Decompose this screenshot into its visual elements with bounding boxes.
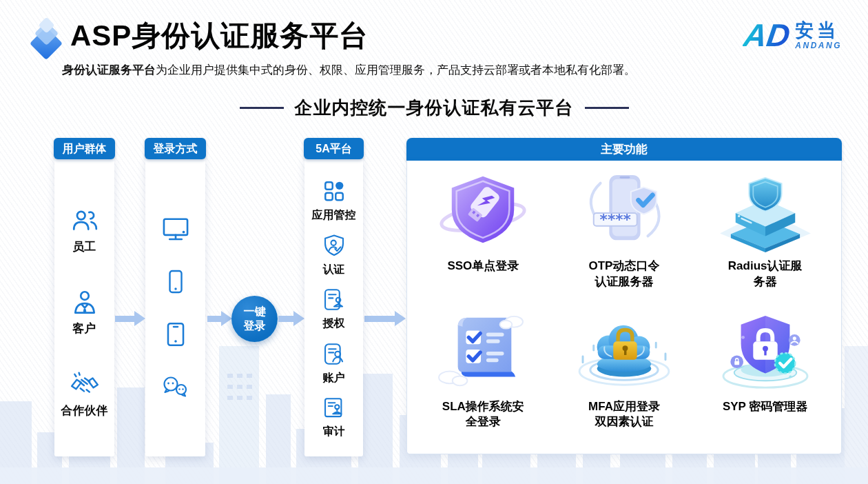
platform-5a-label: 账户 xyxy=(323,371,345,385)
user-groups-column: 用户群体 员工 xyxy=(54,138,115,456)
heading-line-right xyxy=(585,107,629,109)
feature-sla: SLA操作系统安 全登录 xyxy=(413,307,554,447)
doc-user-icon xyxy=(321,341,347,367)
feature-sso: SSO单点登录 xyxy=(413,166,554,307)
user-group-item: 客户 xyxy=(70,288,99,336)
feature-label: SLA操作系统安 全登录 xyxy=(442,399,524,431)
page-title: ASP身份认证服务平台 xyxy=(70,17,369,55)
phone-otp-illustration: **** xyxy=(573,171,675,252)
platform-5a-label: 授权 xyxy=(323,316,345,331)
andang-monogram-icon: AD xyxy=(742,19,792,51)
handshake-icon xyxy=(69,370,101,399)
platform-5a-item: 审计 xyxy=(321,395,347,439)
flow-arrow xyxy=(364,311,406,326)
feature-label: SSO单点登录 xyxy=(447,259,519,274)
server-shield-illustration xyxy=(714,171,816,252)
tablet-icon xyxy=(161,320,190,349)
section-heading: 企业内控统一身份认证私有云平台 xyxy=(0,96,868,120)
app-grid-icon xyxy=(320,177,348,205)
heading-line-left xyxy=(240,107,284,109)
shield-lock-badge-illustration xyxy=(714,312,816,393)
platform-5a-header: 5A平台 xyxy=(304,138,364,159)
feature-label: OTP动态口令 认证服务器 xyxy=(589,259,660,290)
wechat-icon xyxy=(161,374,191,401)
flow-arrow xyxy=(207,311,232,326)
layered-diamond-icon xyxy=(29,18,68,58)
login-methods-body xyxy=(145,158,205,456)
smartphone-icon xyxy=(162,268,189,296)
platform-5a-label: 审计 xyxy=(323,425,345,439)
doc-stamp-icon xyxy=(321,287,347,313)
cloud-lock-illustration xyxy=(573,312,675,393)
feature-label: MFA应用登录 双因素认证 xyxy=(588,399,660,431)
svg-text:****: **** xyxy=(600,211,631,228)
andang-brand-logo: AD 安当 ANDANG xyxy=(744,19,842,51)
flow-arrow xyxy=(115,311,145,326)
flow-arrow xyxy=(278,311,304,326)
login-methods-column: 登录方式 xyxy=(145,138,206,456)
user-groups-header: 用户群体 xyxy=(54,138,115,159)
login-methods-header: 登录方式 xyxy=(145,138,206,159)
feature-radius: Radius认证服 务器 xyxy=(694,166,836,307)
platform-5a-column: 5A平台 应用管控 xyxy=(304,138,364,456)
main-functions-header: 主要功能 xyxy=(406,138,842,161)
platform-5a-body: 应用管控 认证 xyxy=(304,158,363,456)
user-group-item: 合作伙伴 xyxy=(61,370,108,419)
user-group-label: 客户 xyxy=(73,321,96,336)
customer-icon xyxy=(70,288,99,317)
brand-name-cn: 安当 xyxy=(795,21,839,40)
feature-label: Radius认证服 务器 xyxy=(728,259,803,290)
purple-shield-usb-illustration xyxy=(432,171,534,252)
identity-platform-infographic: ASP身份认证服务平台 AD 安当 ANDANG 身份认证服务平台为企业用户提供… xyxy=(0,0,868,484)
platform-5a-label: 应用管控 xyxy=(312,208,356,223)
user-group-item: 员工 xyxy=(70,206,99,254)
team-icon xyxy=(70,206,99,235)
platform-5a-label: 认证 xyxy=(323,263,345,277)
feature-mfa: MFA应用登录 双因素认证 xyxy=(554,307,695,447)
feature-syp: SYP 密码管理器 xyxy=(694,307,836,447)
platform-5a-item: 应用管控 xyxy=(312,177,356,223)
page-subtitle: 身份认证服务平台为企业用户提供集中式的身份、权限、应用管理服务，产品支持云部署或… xyxy=(62,62,636,78)
platform-5a-item: 授权 xyxy=(321,287,347,331)
feature-otp: **** OTP动态口令 认证服务器 xyxy=(554,166,695,307)
section-heading-text: 企业内控统一身份认证私有云平台 xyxy=(295,96,574,120)
one-click-login-badge: 一键 登录 xyxy=(231,296,278,342)
main-functions-body: SSO单点登录 xyxy=(406,161,842,454)
platform-5a-item: 账户 xyxy=(321,341,347,385)
shield-user-icon xyxy=(321,233,347,259)
checklist-cloud-illustration xyxy=(432,312,534,393)
user-group-label: 合作伙伴 xyxy=(61,403,108,419)
desktop-icon xyxy=(161,213,191,243)
subtitle-rest: 为企业用户提供集中式的身份、权限、应用管理服务，产品支持云部署或者本地私有化部署… xyxy=(156,63,636,77)
user-group-label: 员工 xyxy=(73,239,96,254)
subtitle-bold: 身份认证服务平台 xyxy=(62,63,156,77)
brand-name-en: ANDANG xyxy=(795,41,842,50)
platform-5a-item: 认证 xyxy=(321,233,347,277)
user-groups-body: 员工 客户 xyxy=(54,158,114,456)
doc-audit-icon xyxy=(321,395,347,421)
feature-label: SYP 密码管理器 xyxy=(723,399,807,415)
main-functions-panel: 主要功能 xyxy=(406,138,842,454)
